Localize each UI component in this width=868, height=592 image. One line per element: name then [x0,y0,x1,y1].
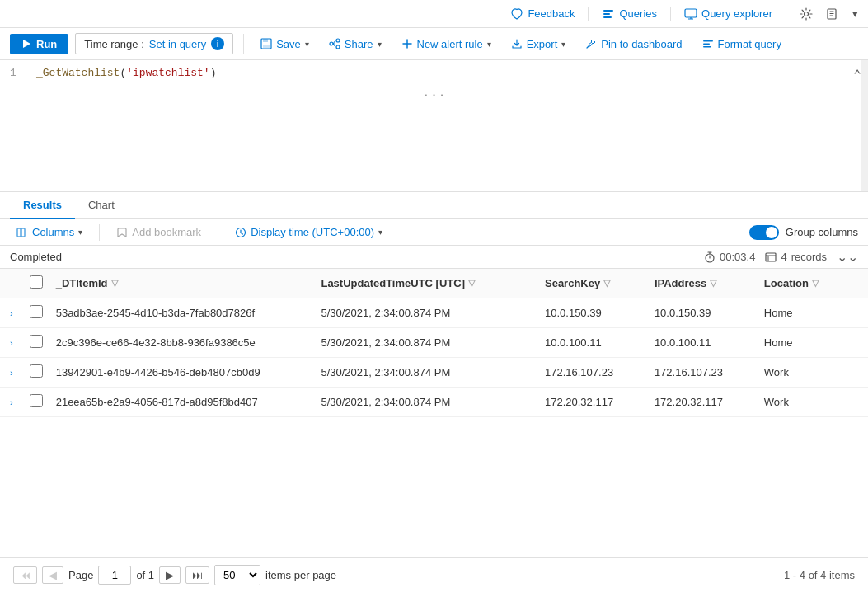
time-range-button[interactable]: Time range : Set in query i [75,33,233,54]
save-label: Save [276,38,301,50]
feedback-nav-item[interactable]: Feedback [510,7,575,21]
time-range-label: Time range : [84,38,144,50]
query-explorer-nav-item[interactable]: Query explorer [684,7,772,21]
display-time-button[interactable]: Display time (UTC+00:00) ▾ [228,223,389,242]
pin-button[interactable]: Pin to dashboard [579,35,688,54]
th-ipaddress-label: IPAddress [655,277,706,289]
collapse-editor-button[interactable]: ⌃ [853,67,861,83]
docs-nav-item[interactable] [826,7,839,21]
svg-rect-0 [603,10,613,12]
save-button[interactable]: Save ▾ [254,35,316,54]
gear-icon [800,7,813,21]
svg-marker-5 [23,40,30,48]
next-page-button[interactable]: ▶ [159,566,181,584]
group-columns-toggle: Group columns [749,225,858,240]
th-dtitemid: _DTItemId ▽ [49,269,315,298]
group-columns-label: Group columns [786,226,858,238]
feedback-label: Feedback [528,7,575,20]
clock-icon [235,227,246,238]
page-input[interactable] [98,566,131,585]
editor-dots: ... [10,79,858,107]
svg-rect-11 [703,40,713,42]
row-check-cell-3[interactable] [23,388,49,417]
columns-chevron: ▾ [78,228,82,237]
svg-point-9 [330,42,333,45]
svg-rect-2 [603,16,612,18]
expand-icon-0[interactable]: › [7,308,16,318]
export-label: Export [527,38,558,50]
row-expander-1[interactable]: › [0,328,23,358]
cell-time-2: 5/30/2021, 2:34:00.874 PM [314,358,538,388]
row-expander-3[interactable]: › [0,388,23,417]
th-checkbox[interactable] [23,269,49,298]
items-per-page-label: items per page [265,569,336,581]
svg-rect-18 [766,253,776,261]
export-button[interactable]: Export ▾ [504,35,573,54]
filter-lastupdated-icon[interactable]: ▽ [468,278,475,289]
row-check-cell-1[interactable] [23,328,49,358]
cell-id-0: 53adb3ae-2545-4d10-b3da-7fab80d7826f [49,298,315,328]
table-icon [765,251,777,263]
expand-icon-3[interactable]: › [7,397,16,407]
columns-button[interactable]: Columns ▾ [10,223,89,242]
page-size-select[interactable]: 50 100 200 [214,565,260,585]
th-ipaddress: IPAddress ▽ [648,269,758,298]
code-argument: 'ipwatchlist' [126,67,209,79]
filter-searchkey-icon[interactable]: ▽ [603,278,610,289]
cell-searchkey-3: 172.20.32.117 [538,388,648,417]
last-page-button[interactable]: ⏭ [185,566,209,584]
new-alert-button[interactable]: New alert rule ▾ [395,35,498,54]
filter-location-icon[interactable]: ▽ [812,278,819,289]
row-check-cell-0[interactable] [23,298,49,328]
header-checkbox[interactable] [30,275,43,289]
row-check-cell-2[interactable] [23,358,49,388]
status-time: 00:03.4 [704,251,755,263]
more-nav-item[interactable]: ▾ [852,7,858,20]
data-table-wrapper: _DTItemId ▽ LastUpdatedTimeUTC [UTC] ▽ S… [0,269,868,557]
cell-id-3: 21eea65b-e2a9-4056-817d-a8d95f8bd407 [49,388,315,417]
row-checkbox-0[interactable] [30,305,43,318]
code-editor[interactable]: 1 _GetWatchlist('ipwatchlist') ... ⌃ [0,60,868,192]
group-columns-switch[interactable] [749,225,779,240]
row-checkbox-1[interactable] [30,335,43,348]
toolbar-sep-1 [243,34,244,54]
settings-nav-item[interactable] [800,7,813,21]
code-function: _GetWatchlist [36,67,120,79]
editor-scrollbar[interactable] [861,60,868,191]
status-right: 00:03.4 4 records ⌄⌄ [704,249,858,265]
share-button[interactable]: Share ▾ [322,35,388,54]
filter-ipaddress-icon[interactable]: ▽ [710,278,716,289]
expand-icon-2[interactable]: › [7,368,16,378]
first-page-button[interactable]: ⏮ [13,566,37,584]
cell-id-2: 13942901-e4b9-4426-b546-deb4807cb0d9 [49,358,315,388]
cell-time-0: 5/30/2021, 2:34:00.874 PM [314,298,538,328]
filter-dtitemid-icon[interactable]: ▽ [111,278,118,289]
run-button[interactable]: Run [10,34,68,54]
nav-divider-3 [786,7,786,21]
svg-rect-12 [703,44,710,45]
th-expand [0,269,23,298]
run-label: Run [36,38,57,50]
add-bookmark-button[interactable]: Add bookmark [110,223,208,242]
th-lastupdated: LastUpdatedTimeUTC [UTC] ▽ [314,269,538,298]
svg-rect-7 [263,39,268,42]
new-alert-label: New alert rule [417,38,483,50]
save-icon [260,38,272,49]
expand-icon-1[interactable]: › [7,338,16,348]
cell-extra-3 [848,388,868,417]
row-expander-0[interactable]: › [0,298,23,328]
row-checkbox-3[interactable] [30,394,43,407]
results-sep-1 [99,224,100,241]
expand-all-button[interactable]: ⌄⌄ [837,249,858,265]
cell-ip-2: 172.16.107.23 [648,358,758,388]
row-expander-2[interactable]: › [0,358,23,388]
row-checkbox-2[interactable] [30,364,43,378]
format-button[interactable]: Format query [696,35,788,54]
cell-time-3: 5/30/2021, 2:34:00.874 PM [314,388,538,417]
tab-chart[interactable]: Chart [75,192,128,219]
prev-page-button[interactable]: ◀ [42,566,63,584]
cell-ip-1: 10.0.100.11 [648,328,758,358]
queries-nav-item[interactable]: Queries [602,7,657,21]
tab-results[interactable]: Results [10,192,75,219]
add-bookmark-label: Add bookmark [132,226,201,238]
